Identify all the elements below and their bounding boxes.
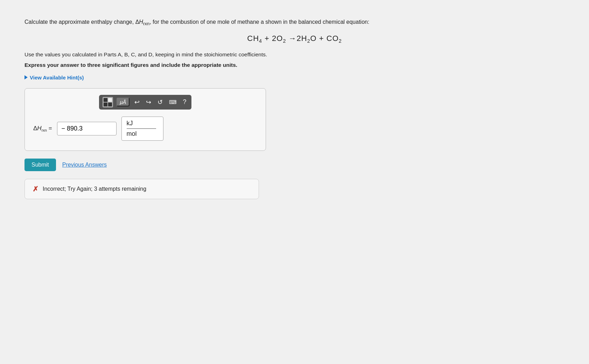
- answer-value-input[interactable]: [57, 122, 117, 135]
- error-message: Incorrect; Try Again; 3 attempts remaini…: [43, 186, 146, 192]
- error-box: ✗ Incorrect; Try Again; 3 attempts remai…: [24, 179, 259, 199]
- hint-triangle-icon: [24, 75, 28, 79]
- grid-icon[interactable]: [103, 97, 113, 107]
- units-denominator: mol: [127, 130, 137, 138]
- error-icon: ✗: [33, 185, 38, 193]
- grid-square-4: [108, 103, 112, 106]
- mu-angstrom-button[interactable]: μÅ: [117, 98, 129, 106]
- keyboard-button[interactable]: ⌨: [168, 98, 178, 106]
- bold-instruction: Express your answer to three significant…: [24, 62, 339, 68]
- redo-button[interactable]: ↪: [145, 98, 153, 107]
- undo-button[interactable]: ↩: [133, 98, 141, 107]
- delta-h-label: ΔHrxn =: [33, 125, 52, 132]
- grid-square-3: [104, 103, 107, 106]
- reset-button[interactable]: ↺: [156, 98, 164, 107]
- chemical-equation: CH4 + 2O2 →2H2O + CO2: [24, 34, 565, 44]
- question-text: Calculate the approximate enthalpy chang…: [24, 18, 409, 28]
- grid-square-2: [108, 98, 112, 102]
- answer-input-row: ΔHrxn = kJ mol: [33, 117, 257, 141]
- template-icons: [103, 97, 113, 107]
- answer-input-box: μÅ ↩ ↪ ↺ ⌨ ? ΔHrxn = kJ mol: [24, 88, 266, 151]
- button-row: Submit Previous Answers: [24, 159, 565, 171]
- use-values-text: Use the values you calculated in Parts A…: [24, 51, 339, 58]
- math-toolbar: μÅ ↩ ↪ ↺ ⌨ ?: [99, 95, 191, 110]
- grid-square-1: [104, 98, 107, 102]
- view-hint-link[interactable]: View Available Hint(s): [24, 75, 565, 80]
- units-box: kJ mol: [121, 117, 163, 141]
- hint-label: View Available Hint(s): [30, 75, 84, 80]
- units-numerator: kJ: [127, 120, 156, 129]
- previous-answers-link[interactable]: Previous Answers: [62, 162, 107, 168]
- help-button[interactable]: ?: [182, 98, 188, 106]
- submit-button[interactable]: Submit: [24, 159, 56, 171]
